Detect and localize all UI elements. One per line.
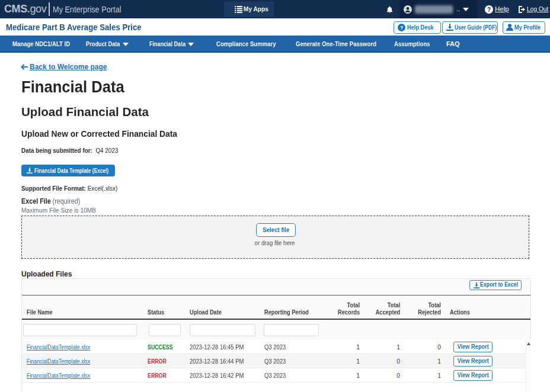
svg-text:?: ? (487, 7, 491, 13)
svg-text:?: ? (400, 25, 404, 31)
